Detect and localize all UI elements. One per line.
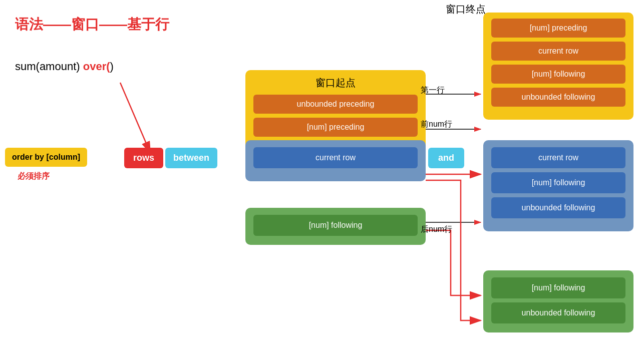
window-end-title: 窗口终点: [446, 3, 486, 16]
must-sort-label: 必须排序: [18, 171, 50, 182]
prev-num-label: 前num行: [421, 119, 452, 130]
code-highlight: over(: [83, 60, 110, 73]
mid-option-1: current row: [253, 147, 418, 168]
code-suffix: ): [110, 60, 114, 73]
svg-line-1: [120, 83, 150, 153]
start-option-2: [num] preceding: [253, 118, 418, 137]
code-expression: sum(amount) over(): [15, 60, 114, 73]
end-bot-option-1: [num] following: [491, 277, 625, 298]
next-num-label: 后num行: [421, 224, 452, 235]
page-title: 语法——窗口——基于行: [15, 15, 169, 34]
window-bot-section: [num] following: [245, 208, 426, 245]
end-option-4: unbounded following: [491, 88, 625, 107]
window-end-section-mid: current row [num] following unbounded fo…: [483, 140, 633, 231]
rows-box[interactable]: rows: [124, 148, 163, 168]
and-box[interactable]: and: [428, 148, 464, 168]
window-start-section: 窗口起点 unbounded preceding [num] preceding: [245, 70, 426, 150]
end-bot-option-2: unbounded following: [491, 302, 625, 323]
end-mid-option-3: unbounded following: [491, 197, 625, 218]
bot-option-1: [num] following: [253, 215, 418, 236]
first-row-label: 第一行: [421, 85, 445, 96]
end-mid-option-2: [num] following: [491, 172, 625, 193]
between-box[interactable]: between: [165, 148, 217, 168]
end-option-1: [num] preceding: [491, 19, 625, 38]
end-option-3: [num] following: [491, 65, 625, 84]
start-option-1: unbounded preceding: [253, 95, 418, 114]
code-prefix: sum(amount): [15, 60, 83, 73]
window-end-section-bot: [num] following unbounded following: [483, 270, 633, 332]
main-container: 语法——窗口——基于行 sum(amount) over() order by …: [0, 0, 644, 339]
window-end-section-top: [num] preceding current row [num] follow…: [483, 13, 633, 120]
end-mid-option-1: current row: [491, 147, 625, 168]
window-start-title: 窗口起点: [253, 76, 418, 90]
end-option-2: current row: [491, 42, 625, 61]
window-mid-section: current row: [245, 140, 426, 181]
order-by-box[interactable]: order by [column]: [5, 148, 87, 167]
